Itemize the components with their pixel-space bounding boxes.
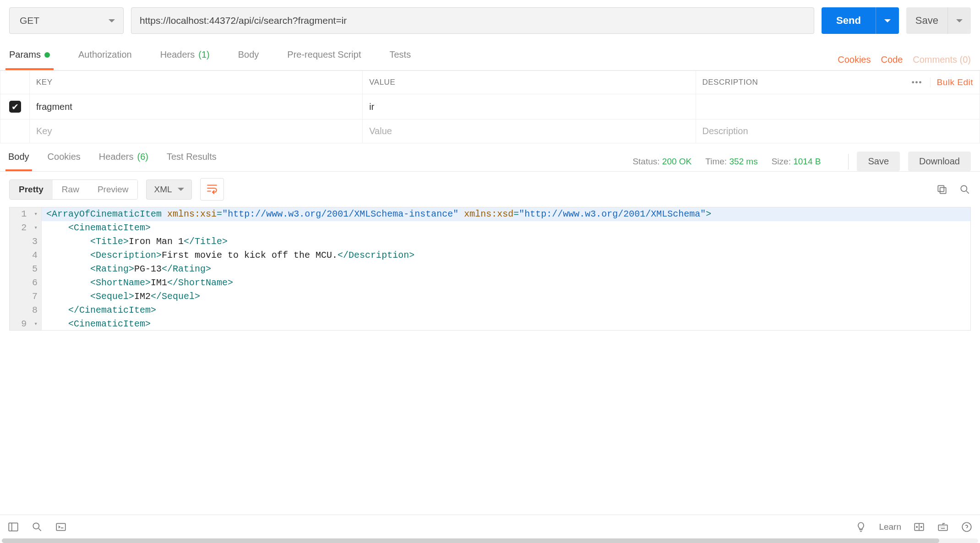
params-table: KEY VALUE DESCRIPTION ••• Bulk Edit ✔ (0, 71, 980, 143)
scrollbar-thumb[interactable] (2, 538, 939, 543)
dot-indicator-icon (44, 52, 50, 58)
request-url-input[interactable] (131, 7, 814, 34)
svg-rect-0 (940, 187, 946, 193)
param-key-input[interactable] (36, 102, 356, 112)
two-pane-icon[interactable] (913, 521, 925, 533)
status-value: 200 OK (662, 157, 691, 166)
format-label: XML (154, 185, 172, 195)
svg-rect-9 (938, 525, 947, 530)
chevron-down-icon (884, 19, 891, 22)
svg-point-10 (962, 522, 971, 532)
size-label: Size: (772, 157, 791, 166)
col-key: KEY (30, 71, 363, 94)
status-bar: Learn (0, 515, 980, 538)
resp-tab-tests[interactable]: Test Results (164, 152, 219, 171)
status-label: Status: (632, 157, 659, 166)
response-download-button[interactable]: Download (908, 152, 971, 171)
learn-link[interactable]: Learn (879, 522, 901, 532)
param-row: ✔ (0, 94, 980, 119)
lightbulb-icon (855, 521, 867, 533)
time-label: Time: (705, 157, 727, 166)
view-mode-segmented: Pretty Raw Preview (9, 179, 138, 200)
view-raw[interactable]: Raw (53, 180, 88, 199)
wrap-icon (206, 182, 218, 194)
tab-label: Params (9, 49, 41, 60)
col-desc-label: DESCRIPTION (702, 78, 758, 87)
tab-headers[interactable]: Headers (1) (157, 49, 213, 70)
svg-point-2 (961, 185, 967, 191)
col-description: DESCRIPTION ••• Bulk Edit (696, 71, 980, 94)
col-checkbox (0, 71, 30, 94)
sidebar-toggle-icon[interactable] (7, 521, 19, 533)
tab-label: Headers (160, 49, 195, 60)
param-desc-input[interactable] (702, 102, 974, 112)
response-save-button[interactable]: Save (857, 152, 900, 171)
response-editor[interactable]: 1 ▾<ArrayOfCinematicItem xmlns:xsi="http… (9, 207, 971, 331)
tab-label: Headers (99, 152, 134, 162)
svg-rect-3 (9, 523, 18, 531)
tab-prerequest[interactable]: Pre-request Script (283, 49, 365, 70)
view-pretty[interactable]: Pretty (10, 180, 53, 199)
response-format-select[interactable]: XML (146, 179, 191, 200)
keyboard-icon[interactable] (937, 521, 949, 533)
save-button[interactable]: Save (906, 7, 947, 34)
send-options-button[interactable] (876, 7, 899, 34)
link-cookies[interactable]: Cookies (838, 54, 871, 65)
chevron-down-icon (178, 188, 184, 191)
resp-tab-body[interactable]: Body (5, 152, 32, 171)
time-value: 352 ms (729, 157, 757, 166)
console-icon[interactable] (55, 521, 67, 533)
size-value: 1014 B (793, 157, 821, 166)
svg-point-4 (33, 523, 39, 529)
svg-rect-5 (56, 523, 65, 530)
param-key-input[interactable] (36, 126, 356, 136)
param-row-empty (0, 119, 980, 143)
tab-count: (6) (137, 152, 148, 162)
divider (848, 154, 849, 169)
col-value: VALUE (363, 71, 696, 94)
tab-body[interactable]: Body (234, 49, 263, 70)
wrap-lines-button[interactable] (200, 178, 224, 201)
link-code[interactable]: Code (881, 54, 903, 65)
send-button[interactable]: Send (822, 7, 876, 34)
tab-authorization[interactable]: Authorization (75, 49, 136, 70)
param-value-input[interactable] (369, 102, 689, 112)
chevron-down-icon (109, 19, 115, 22)
search-icon[interactable] (959, 184, 971, 195)
horizontal-scrollbar[interactable] (2, 538, 978, 543)
param-desc-input[interactable] (702, 126, 974, 136)
tab-count: (1) (198, 49, 209, 60)
copy-icon[interactable] (936, 184, 948, 195)
http-method-label: GET (20, 15, 39, 26)
link-comments[interactable]: Comments (0) (913, 54, 971, 65)
help-icon[interactable] (961, 521, 973, 533)
resp-tab-cookies[interactable]: Cookies (45, 152, 83, 171)
resp-tab-headers[interactable]: Headers (6) (96, 152, 151, 171)
tab-params[interactable]: Params (5, 49, 54, 70)
svg-point-7 (916, 526, 917, 527)
more-options-icon[interactable]: ••• (907, 78, 927, 87)
param-value-input[interactable] (369, 126, 689, 136)
svg-point-8 (921, 526, 922, 527)
row-checkbox[interactable]: ✔ (9, 101, 21, 113)
view-preview[interactable]: Preview (88, 180, 138, 199)
find-icon[interactable] (31, 521, 43, 533)
svg-rect-1 (938, 185, 944, 191)
chevron-down-icon (956, 19, 963, 22)
save-options-button[interactable] (947, 7, 971, 34)
http-method-select[interactable]: GET (9, 7, 124, 34)
tab-tests[interactable]: Tests (386, 49, 414, 70)
bulk-edit-link[interactable]: Bulk Edit (930, 77, 973, 87)
